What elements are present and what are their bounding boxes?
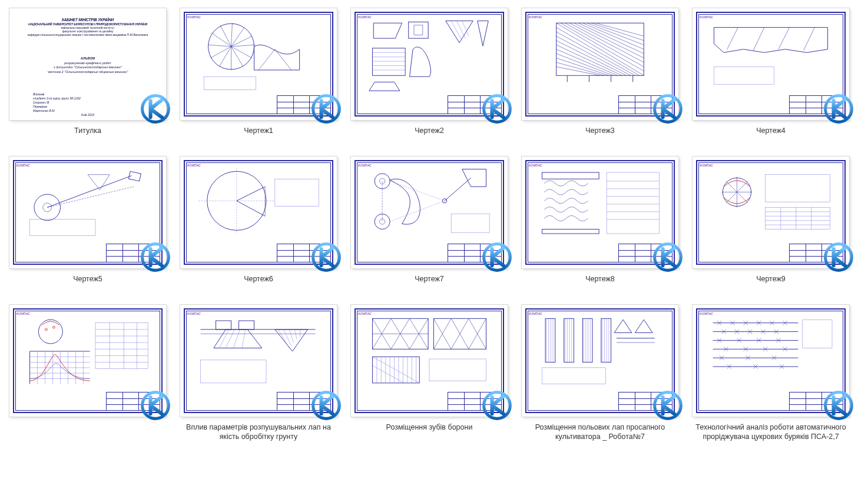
svg-line-110 [737,192,748,203]
file-thumbnail[interactable]: КОМПАС Вплив параметрів розпушувальних л… [174,300,343,446]
svg-line-61 [804,28,815,51]
file-caption: Чертеж6 [244,275,273,294]
title-block [277,392,331,411]
svg-line-58 [727,28,738,49]
svg-rect-92 [542,172,599,179]
file-caption: Чертеж8 [585,275,615,294]
svg-line-7 [211,33,231,46]
file-thumbnail[interactable]: КОМПАС Чертеж [687,152,855,298]
file-caption: Титулка [74,127,101,145]
thumbnail-image: КОМПАС [689,302,853,420]
svg-line-106 [726,181,737,192]
svg-rect-220 [542,368,606,384]
svg-line-6 [220,25,231,46]
thumbnail-image: КОМПАС [347,302,511,420]
svg-rect-197 [564,318,574,362]
svg-line-12 [231,46,243,66]
drawing-content [530,313,670,390]
thumbnail-image: КОМПАС [689,5,853,123]
svg-point-122 [45,328,48,331]
thumbnail-image: КОМПАС [177,154,340,271]
title-block [618,244,672,262]
file-thumbnail[interactable]: КОМПАС Чертеж7 [345,152,513,298]
file-thumbnail[interactable]: КОМПАС Чертеж6 [174,152,343,298]
title-block [106,244,160,262]
svg-line-59 [753,28,764,51]
file-caption: Чертеж5 [73,275,102,294]
file-thumbnail[interactable]: КАБІНЕТ МІНІСТРІВ УКРАЇНИ НАЦІОНАЛЬНИЙ У… [4,4,172,149]
svg-line-4 [231,28,244,47]
svg-line-193 [372,365,404,383]
svg-rect-198 [582,318,592,362]
thumbnail-image: КОМПАС [518,154,682,271]
title-block [448,95,502,114]
drawing-content [530,16,670,93]
svg-line-161 [289,330,293,342]
file-caption: Чертеж2 [415,127,444,145]
svg-marker-16 [373,23,402,38]
title-page-content: КАБІНЕТ МІНІСТРІВ УКРАЇНИ НАЦІОНАЛЬНИЙ У… [16,15,159,113]
title-block [106,392,160,411]
file-thumbnail[interactable]: КОМПАС Черте [516,4,684,149]
file-thumbnail[interactable]: КОМПАС Розміщення поль [516,300,684,446]
file-caption: Чертеж9 [756,275,786,294]
svg-marker-217 [635,320,652,332]
file-thumbnail[interactable]: КОМПАС [687,300,855,446]
svg-line-108 [726,192,737,203]
title-block [277,244,331,262]
svg-line-47 [556,45,622,75]
file-caption: Чертеж3 [585,127,615,145]
svg-rect-17 [409,22,428,38]
drawing-content [359,16,499,93]
svg-rect-157 [239,321,254,330]
svg-line-60 [778,28,790,49]
drawing-content [188,165,329,241]
svg-line-8 [208,45,231,46]
file-thumbnail[interactable]: КОМПАС [4,300,172,446]
svg-marker-69 [88,175,110,190]
file-caption: Розміщення зубів борони [386,423,473,442]
drawing-content [359,165,499,241]
title-block [277,95,331,114]
svg-line-38 [578,23,644,54]
svg-line-2 [231,45,256,46]
file-thumbnail[interactable]: КОМПАС [345,300,513,446]
file-thumbnail[interactable]: КОМПАС Чертеж8 [516,152,684,298]
svg-line-34 [561,23,644,71]
svg-marker-216 [614,320,632,332]
svg-marker-158 [275,330,308,351]
file-thumbnail[interactable]: КОМПАС Чертеж1 [174,4,343,149]
svg-rect-14 [204,76,256,89]
svg-line-51 [556,62,605,75]
file-thumbnail[interactable]: КОМПАС Чертеж2 [345,4,513,149]
file-caption: Чертеж7 [415,275,444,294]
svg-point-64 [34,194,61,221]
svg-line-75 [237,187,265,201]
svg-point-123 [53,326,55,328]
drawing-content [188,313,329,390]
drawing-content [701,16,841,93]
drawing-content [359,313,499,390]
svg-line-66 [47,176,131,208]
svg-rect-93 [542,229,599,234]
svg-rect-164 [201,360,266,383]
svg-line-3 [231,36,252,46]
file-thumbnail[interactable]: КОМПАС Чертеж4 [687,4,855,149]
svg-line-153 [226,330,234,348]
svg-rect-138 [95,323,148,369]
drawing-content [188,16,329,93]
svg-line-86 [390,201,445,221]
svg-line-159 [278,330,289,348]
file-thumbnail[interactable]: КОМПАС Чертеж5 [4,152,172,298]
svg-rect-278 [803,320,832,348]
svg-rect-24 [372,48,405,75]
svg-rect-18 [414,25,423,35]
svg-line-42 [596,23,644,36]
svg-line-46 [556,41,627,75]
svg-rect-78 [275,179,319,206]
title-block [789,392,843,411]
svg-line-192 [372,357,419,383]
file-caption: Чертеж4 [756,127,786,145]
title-block [618,95,672,114]
drawing-content [530,165,670,241]
